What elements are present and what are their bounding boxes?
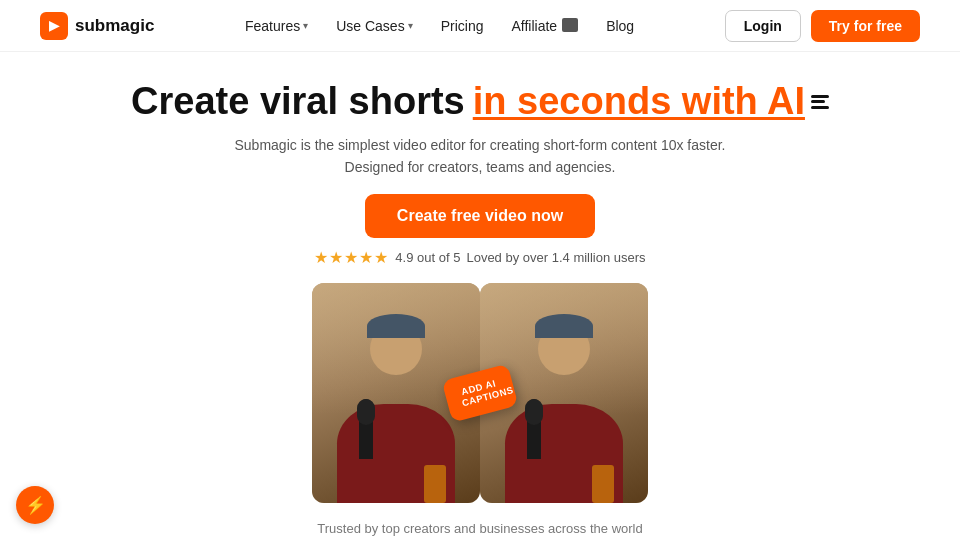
hero-title-orange: in seconds with AI	[473, 80, 829, 124]
rating-row: ★★★★★ 4.9 out of 5 Loved by over 1.4 mil…	[20, 248, 940, 267]
hero-title-black: Create viral shorts	[131, 80, 465, 124]
hero-subtitle: Submagic is the simplest video editor fo…	[20, 134, 940, 179]
nav-links: Features ▾ Use Cases ▾ Pricing Affiliate…	[245, 18, 634, 34]
chevron-down-icon: ▾	[303, 20, 308, 31]
nav-features[interactable]: Features ▾	[245, 18, 308, 34]
try-for-free-button[interactable]: Try for free	[811, 10, 920, 42]
hero-section: Create viral shorts in seconds with AI S…	[0, 52, 960, 267]
create-video-button[interactable]: Create free video now	[365, 194, 595, 238]
trusted-label: Trusted by top creators and businesses a…	[0, 521, 960, 536]
trusted-section: Trusted by top creators and businesses a…	[0, 521, 960, 540]
nav-affiliate[interactable]: Affiliate	[511, 18, 578, 34]
logo-text: submagic	[75, 16, 154, 36]
video-section: ADD AI CAPTIONS	[0, 283, 960, 503]
logo[interactable]: ▶ submagic	[40, 12, 154, 40]
hero-title: Create viral shorts in seconds with AI	[20, 80, 940, 124]
rating-value: 4.9 out of 5	[395, 250, 460, 265]
star-icons: ★★★★★	[314, 248, 389, 267]
chat-icon: ⚡	[25, 495, 46, 516]
nav-blog[interactable]: Blog	[606, 18, 634, 34]
chat-bubble-button[interactable]: ⚡	[16, 486, 54, 524]
rating-sub: Loved by over 1.4 million users	[466, 250, 645, 265]
login-button[interactable]: Login	[725, 10, 801, 42]
nav-actions: Login Try for free	[725, 10, 920, 42]
chevron-down-icon: ▾	[408, 20, 413, 31]
navbar: ▶ submagic Features ▾ Use Cases ▾ Pricin…	[0, 0, 960, 52]
logo-icon: ▶	[40, 12, 68, 40]
grid-icon	[562, 18, 578, 32]
nav-pricing[interactable]: Pricing	[441, 18, 484, 34]
lines-icon	[811, 95, 829, 109]
nav-usecases[interactable]: Use Cases ▾	[336, 18, 412, 34]
